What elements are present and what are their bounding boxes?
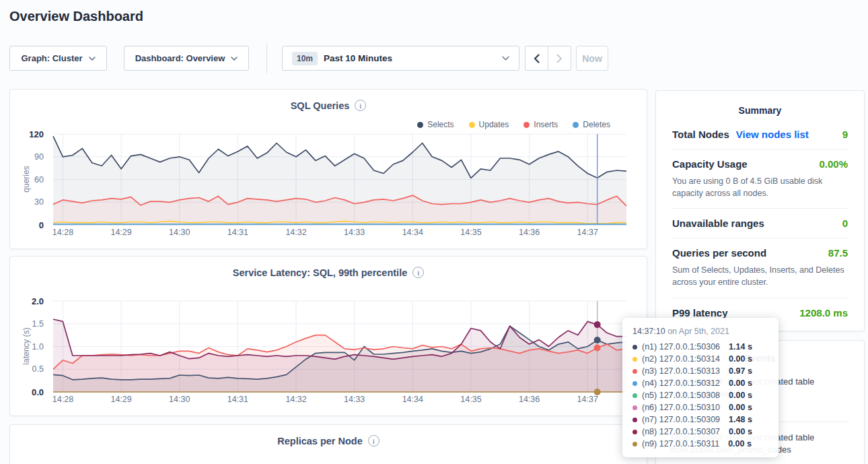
node-address: (n7) 127.0.0.1:50309: [642, 415, 720, 424]
node-latency-value: 0.00 s: [729, 391, 752, 400]
time-range-label: Past 10 Minutes: [324, 53, 392, 63]
capacity-description: You are using 0 B of 4.5 GiB usable disk…: [672, 175, 848, 199]
dashboard-dropdown[interactable]: Dashboard: Overview: [124, 46, 249, 71]
node-color-dot-icon: [632, 442, 637, 446]
x-axis-ticks: 14:2814:2914:3014:3114:3214:3314:3414:35…: [53, 395, 626, 405]
node-latency-value: 0.00 s: [728, 439, 752, 449]
node-latency-value: 0.97 s: [729, 366, 752, 376]
x-tick-label: 14:34: [398, 228, 427, 237]
x-tick-label: 14:30: [165, 395, 194, 404]
y-tick-label: 0.0: [32, 387, 44, 397]
qps-description: Sum of Selects, Updates, Inserts, and De…: [672, 264, 848, 288]
legend-label: Inserts: [534, 120, 558, 129]
node-color-dot-icon: [632, 369, 637, 374]
unavailable-ranges-value: 0: [842, 218, 848, 229]
tooltip-node-row: (n9) 127.0.0.1:503110.00 s: [632, 438, 768, 450]
y-tick-label: 120: [29, 129, 44, 139]
graph-scope-label: Graph: Cluster: [21, 53, 82, 63]
tooltip-node-row: (n2) 127.0.0.1:503140.00 s: [632, 353, 768, 365]
node-latency-value: 1.14 s: [729, 342, 752, 352]
node-latency-value: 0.00 s: [729, 354, 752, 364]
node-address: (n3) 127.0.0.1:50313: [642, 366, 720, 376]
node-address: (n6) 127.0.0.1:50310: [642, 403, 720, 412]
p99-latency-label: P99 latency: [672, 307, 728, 319]
replicas-per-node-panel: Replicas per Node i: [9, 424, 647, 464]
capacity-label: Capacity Usage: [672, 158, 748, 170]
info-icon[interactable]: i: [355, 100, 366, 111]
toolbar-divider: [266, 43, 267, 73]
x-tick-label: 14:29: [106, 395, 136, 404]
node-latency-value: 0.00 s: [729, 378, 752, 388]
x-tick-label: 14:37: [573, 228, 602, 237]
tooltip-node-row: (n7) 127.0.0.1:503091.48 s: [632, 413, 768, 426]
time-range-next-button[interactable]: [548, 46, 571, 71]
y-tick-label: 60: [34, 175, 44, 185]
legend-dot-icon: [469, 122, 475, 128]
y-tick-label: 2.0: [32, 296, 44, 306]
chevron-down-icon: [502, 56, 509, 61]
x-tick-label: 14:30: [165, 228, 194, 237]
node-address: (n5) 127.0.0.1:50308: [642, 391, 720, 400]
sql-queries-legend: SelectsUpdatesInsertsDeletes: [417, 120, 610, 129]
legend-item-selects[interactable]: Selects: [417, 120, 454, 129]
tooltip-node-row: (n5) 127.0.0.1:503080.00 s: [632, 389, 768, 401]
summary-panel: Summary Total Nodes View nodes list 9 Ca…: [655, 90, 865, 331]
total-nodes-value: 9: [842, 129, 848, 140]
chevron-right-icon: [556, 54, 563, 63]
info-icon[interactable]: i: [412, 267, 424, 278]
legend-dot-icon: [573, 122, 579, 128]
y-axis-ticks: 0.00.51.01.52.0: [14, 301, 49, 392]
legend-item-updates[interactable]: Updates: [469, 120, 509, 129]
p99-latency-value: 1208.0 ms: [799, 307, 848, 319]
service-latency-chart[interactable]: [53, 301, 626, 392]
service-latency-panel: Service Latency: SQL, 99th percentile i …: [9, 256, 647, 416]
node-color-dot-icon: [632, 381, 637, 386]
chart-hover-tooltip: 14:37:10 on Apr 5th, 2021 (n1) 127.0.0.1…: [622, 318, 779, 457]
legend-item-deletes[interactable]: Deletes: [573, 120, 610, 129]
tooltip-node-row: (n4) 127.0.0.1:503120.00 s: [632, 377, 768, 389]
x-tick-label: 14:31: [223, 228, 252, 237]
info-icon[interactable]: i: [368, 435, 379, 446]
sql-queries-chart[interactable]: [53, 134, 626, 225]
chart-title-text: Replicas per Node: [277, 436, 363, 446]
y-axis-ticks: 0306090120: [14, 134, 49, 225]
node-color-dot-icon: [632, 357, 637, 362]
view-nodes-list-link[interactable]: View nodes list: [736, 129, 809, 140]
x-tick-label: 14:35: [456, 228, 486, 237]
legend-label: Updates: [479, 120, 509, 129]
sql-queries-svg: [53, 134, 626, 225]
tooltip-node-row: (n3) 127.0.0.1:503130.97 s: [632, 365, 768, 377]
replicas-per-node-title: Replicas per Node i: [10, 435, 647, 446]
x-tick-label: 14:28: [48, 395, 77, 404]
summary-capacity-row: Capacity Usage 0.00% You are using 0 B o…: [672, 149, 848, 208]
x-tick-label: 14:32: [281, 228, 311, 237]
summary-total-nodes-row: Total Nodes View nodes list 9: [672, 120, 848, 149]
node-latency-value: 1.48 s: [729, 415, 752, 424]
time-range-dropdown[interactable]: 10m Past 10 Minutes: [282, 46, 519, 71]
x-tick-label: 14:35: [456, 395, 486, 404]
node-color-dot-icon: [632, 418, 637, 422]
x-tick-label: 14:34: [398, 395, 427, 404]
x-tick-label: 14:33: [340, 395, 369, 404]
y-tick-label: 90: [34, 152, 44, 162]
x-tick-label: 14:36: [515, 228, 544, 237]
x-tick-label: 14:37: [573, 395, 602, 404]
qps-label: Queries per second: [672, 247, 766, 259]
x-tick-label: 14:28: [48, 228, 77, 237]
capacity-value: 0.00%: [819, 158, 848, 170]
tooltip-node-row: (n6) 127.0.0.1:503100.00 s: [632, 401, 768, 413]
total-nodes-label: Total Nodes: [672, 129, 729, 140]
legend-dot-icon: [523, 122, 530, 128]
y-tick-label: 1.5: [32, 319, 44, 329]
x-axis-ticks: 14:2814:2914:3014:3114:3214:3314:3414:35…: [53, 228, 626, 238]
time-range-prev-button[interactable]: [525, 46, 548, 71]
y-tick-label: 0.5: [32, 364, 44, 374]
time-range-now-button[interactable]: Now: [576, 46, 608, 71]
tooltip-node-row: (n1) 127.0.0.1:503061.14 s: [632, 341, 768, 353]
summary-unavailable-row: Unavailable ranges 0: [672, 208, 848, 238]
graph-scope-dropdown[interactable]: Graph: Cluster: [9, 46, 107, 71]
legend-label: Deletes: [583, 120, 610, 129]
node-color-dot-icon: [632, 393, 637, 398]
y-tick-label: 30: [34, 197, 44, 207]
legend-item-inserts[interactable]: Inserts: [523, 120, 558, 129]
